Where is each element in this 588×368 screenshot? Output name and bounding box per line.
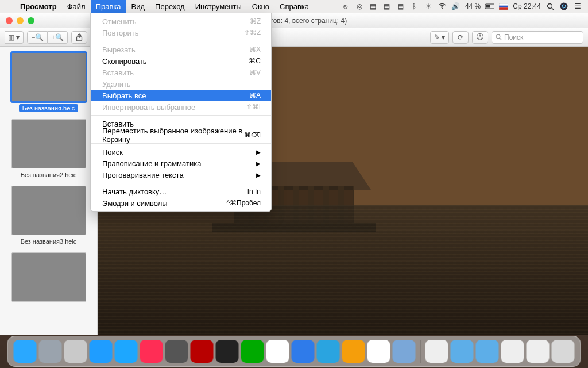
submenu-arrow-icon: ▶ [256, 172, 261, 178]
zoom-out-button[interactable]: −🔍 [27, 31, 48, 44]
status-icon[interactable]: ◎ [355, 2, 364, 11]
titlebar[interactable]: (документов: 4, всего страниц: 4) [0, 13, 588, 28]
menu-item[interactable]: Поиск▶ [91, 146, 271, 158]
svg-line-9 [551, 7, 554, 10]
menu-item-label: Вставить [102, 68, 134, 77]
battery-pct[interactable]: 44 % [465, 2, 481, 10]
dock-app-telegram[interactable] [317, 340, 340, 363]
svg-point-8 [547, 3, 552, 8]
status-icon[interactable]: ▤ [382, 2, 392, 11]
menu-item: Отменить⌘Z [91, 16, 271, 27]
sidebar-toggle-button[interactable]: ▥ ▾ [5, 31, 24, 44]
svg-rect-5 [499, 5, 508, 7]
status-icon[interactable]: ✳︎ [424, 2, 433, 11]
menu-tools[interactable]: Инструменты [190, 0, 247, 13]
preview-window: (документов: 4, всего страниц: 4) ▥ ▾ −🔍… [0, 13, 588, 335]
window-zoom-button[interactable] [28, 17, 34, 24]
menu-item-label: Выбрать все [102, 91, 146, 100]
menu-item-label: Повторить [102, 29, 138, 37]
window-minimize-button[interactable] [17, 17, 24, 24]
menu-item-shortcut: ⌘V [249, 68, 261, 76]
menu-item-label: Удалить [102, 80, 131, 89]
battery-icon[interactable] [485, 2, 494, 11]
app-name[interactable]: Просмотр [15, 0, 62, 13]
thumbnail-item[interactable]: Без названия3.heic [0, 186, 97, 246]
dock-app-settings[interactable] [165, 340, 188, 363]
thumbnail-item[interactable] [0, 252, 97, 305]
menu-item-shortcut: ⌘⌫ [244, 131, 261, 139]
thumbnail-image [11, 52, 86, 102]
status-icon[interactable]: ▤ [369, 2, 378, 11]
status-icon[interactable]: ⎋ [341, 2, 350, 11]
dock-app-stack[interactable] [527, 340, 550, 363]
window-close-button[interactable] [6, 17, 13, 24]
menu-file[interactable]: Файл [62, 0, 91, 13]
status-icon[interactable]: ▤ [396, 2, 405, 11]
svg-rect-4 [499, 3, 508, 6]
dock-app-display[interactable] [216, 340, 239, 363]
notification-center-icon[interactable]: ☰ [573, 2, 582, 11]
menu-item[interactable]: Эмодзи и символы^⌘Пробел [91, 197, 271, 209]
menu-item[interactable]: Начать диктовку…fn fn [91, 186, 271, 197]
dock-app-safari[interactable] [90, 340, 113, 363]
thumbnail-item[interactable]: Без названия2.heic [0, 119, 97, 179]
menu-go[interactable]: Переход [150, 0, 190, 13]
menu-help[interactable]: Справка [274, 0, 314, 13]
siri-icon[interactable] [559, 2, 568, 11]
rotate-button[interactable]: ⟳ [452, 31, 469, 44]
clock[interactable]: Ср 22:44 [513, 2, 541, 10]
menu-item-shortcut: ⌘C [249, 57, 261, 65]
dock-app-parallels[interactable] [292, 340, 315, 363]
thumbnail-item[interactable]: Без названия.heic [0, 52, 97, 112]
thumbnail-label: Без названия.heic [19, 104, 79, 112]
thumbnail-label: Без названия2.heic [17, 171, 80, 179]
menu-item: Вставить⌘V [91, 67, 271, 78]
volume-icon[interactable]: 🔊 [451, 2, 461, 11]
menu-view[interactable]: Вид [126, 0, 150, 13]
menu-item[interactable]: Выбрать все⌘A [91, 90, 271, 101]
zoom-in-button[interactable]: +🔍 [48, 31, 68, 44]
menu-item-label: Отменить [102, 17, 136, 26]
menu-item[interactable]: Скопировать⌘C [91, 55, 271, 67]
menu-item-label: Эмодзи и символы [102, 199, 168, 208]
dock-app-trash[interactable] [552, 340, 575, 363]
menu-item[interactable]: Правописание и грамматика▶ [91, 158, 271, 169]
menu-item[interactable]: Переместить выбранное изображение в Корз… [91, 129, 271, 141]
menu-item-shortcut: ^⌘Пробел [226, 199, 261, 207]
wifi-icon[interactable] [438, 2, 447, 11]
dock-app-utorrent[interactable] [425, 340, 448, 363]
window-title: (документов: 4, всего страниц: 4) [0, 17, 588, 25]
dock-app-downloads[interactable] [501, 340, 524, 363]
spotlight-icon[interactable] [546, 2, 555, 11]
menu-item: Инвертировать выбранное⇧⌘I [91, 101, 271, 113]
thumbnail-label: Без названия3.heic [17, 237, 80, 246]
svg-rect-6 [499, 7, 508, 10]
dock-app-filezilla[interactable] [191, 340, 214, 363]
dock-app-preview[interactable] [393, 340, 416, 363]
dock-app-appstore[interactable] [115, 340, 138, 363]
share-button[interactable] [71, 31, 87, 44]
dock-app-chrome[interactable] [266, 340, 289, 363]
dock-app-itunes[interactable] [140, 340, 163, 363]
menu-window[interactable]: Окно [247, 0, 274, 13]
dock-app-folder2[interactable] [476, 340, 499, 363]
dock-app-istat[interactable] [241, 340, 264, 363]
dock-app-finder[interactable] [14, 340, 37, 363]
menu-item-shortcut: ⌘Z [250, 17, 261, 25]
dock-app-launchpad[interactable] [39, 340, 62, 363]
flag-ru-icon[interactable] [499, 2, 508, 11]
bluetooth-icon[interactable]: ᛒ [410, 2, 419, 11]
markup-toolbar-button[interactable]: Ⓐ [472, 31, 488, 44]
dock-app-music[interactable] [368, 340, 390, 363]
dock-app-sublime[interactable] [342, 340, 365, 363]
dock-app-folder1[interactable] [451, 340, 474, 363]
menu-item-shortcut: ⌘A [249, 91, 261, 99]
dock-app-hammer[interactable] [64, 340, 87, 363]
submenu-arrow-icon: ▶ [256, 149, 261, 155]
thumbnail-image [11, 186, 86, 235]
search-field[interactable]: Поиск [492, 31, 583, 44]
markup-button[interactable]: ✎ ▾ [430, 31, 449, 44]
menu-item[interactable]: Проговаривание текста▶ [91, 169, 271, 181]
thumbnail-sidebar[interactable]: Без названия.heic Без названия2.heic Без… [0, 47, 98, 335]
menu-edit[interactable]: Правка [91, 0, 126, 13]
